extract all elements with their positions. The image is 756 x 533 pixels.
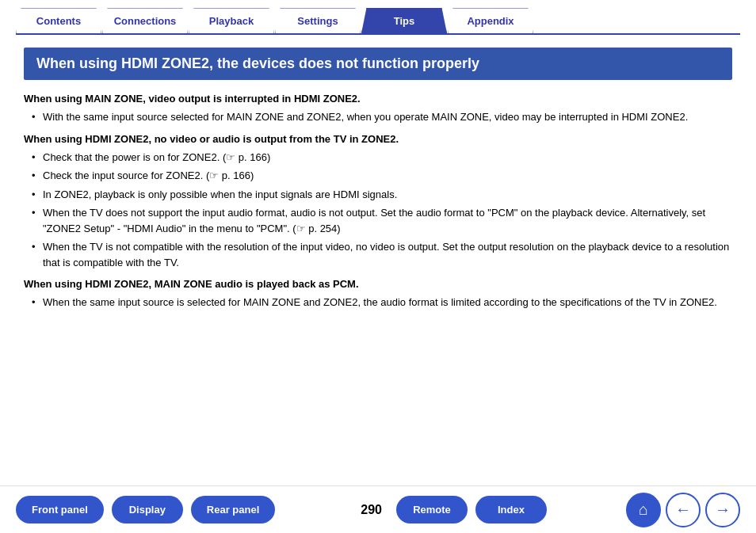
section3-bullets: When the same input source is selected f… [24,295,732,310]
bottom-nav-right: ⌂ ← → [626,493,740,527]
list-item: In ZONE2, playback is only possible when… [32,187,732,203]
tab-appendix[interactable]: Appendix [448,8,533,33]
tab-playback[interactable]: Playback [189,8,274,33]
section3-heading: When using HDMI ZONE2, MAIN ZONE audio i… [24,278,732,290]
remote-button[interactable]: Remote [396,496,468,523]
list-item: With the same input source selected for … [32,109,732,125]
bottom-nav-left: Front panel Display Rear panel [16,496,275,523]
back-button[interactable]: ← [666,493,701,527]
tab-connections[interactable]: Connections [102,8,188,33]
index-button[interactable]: Index [475,496,547,523]
bottom-nav-center: 290 Remote Index [354,496,547,523]
forward-button[interactable]: → [705,493,740,527]
list-item: When the TV does not support the input a… [32,205,732,236]
page-number: 290 [361,503,382,517]
list-item: Check that the power is on for ZONE2. (☞… [32,150,732,166]
rear-panel-button[interactable]: Rear panel [191,496,275,523]
front-panel-button[interactable]: Front panel [16,496,104,523]
home-button[interactable]: ⌂ [626,493,661,527]
section1-heading: When using MAIN ZONE, video output is in… [24,93,732,105]
list-item: Check the input source for ZONE2. (☞ p. … [32,168,732,184]
list-item: When the same input source is selected f… [32,295,732,310]
list-item: When the TV is not compatible with the r… [32,239,732,270]
section2-heading: When using HDMI ZONE2, no video or audio… [24,133,732,145]
bottom-navigation: Front panel Display Rear panel 290 Remot… [0,485,756,533]
tab-contents[interactable]: Contents [16,8,101,33]
display-button[interactable]: Display [112,496,183,523]
top-navigation: Contents Connections Playback Settings T… [0,0,756,33]
section2-bullets: Check that the power is on for ZONE2. (☞… [24,150,732,271]
section1-bullets: With the same input source selected for … [24,109,732,125]
main-content: When using HDMI ZONE2, the devices does … [0,35,756,325]
page-title: When using HDMI ZONE2, the devices does … [24,48,732,80]
tab-tips[interactable]: Tips [361,8,447,33]
tab-settings[interactable]: Settings [275,8,361,33]
